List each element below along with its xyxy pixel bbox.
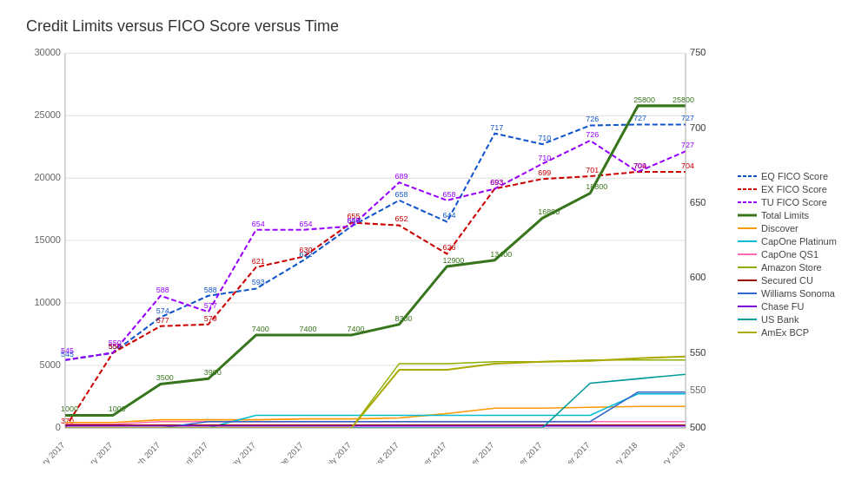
svg-text:May 2017: May 2017 [225,440,257,464]
svg-text:January 2018: January 2018 [597,440,639,464]
svg-text:574: 574 [156,306,169,315]
svg-text:10000: 10000 [34,297,60,307]
svg-text:545: 545 [61,345,74,354]
svg-text:588: 588 [156,286,169,294]
svg-text:655: 655 [348,215,361,224]
svg-text:June 2017: June 2017 [271,440,305,464]
svg-text:July 2017: July 2017 [321,440,353,464]
svg-text:January 2017: January 2017 [24,440,66,464]
svg-text:16800: 16800 [538,207,560,216]
svg-text:7400: 7400 [348,325,365,333]
chart-svg-wrapper: 0 5000 10000 15000 20000 25000 30000 500… [17,44,729,464]
legend-item-chase-fu: Chase FU [738,301,859,312]
svg-text:February 2017: February 2017 [70,440,114,464]
svg-text:25800: 25800 [673,95,694,104]
svg-text:588: 588 [204,286,217,294]
svg-text:3500: 3500 [156,373,174,382]
svg-text:December 2017: December 2017 [543,440,591,464]
svg-text:5000: 5000 [40,359,61,370]
svg-text:February 2018: February 2018 [642,440,686,464]
svg-text:654: 654 [300,220,313,228]
svg-text:727: 727 [633,114,646,122]
svg-text:7400: 7400 [300,325,317,333]
legend-item-capone-platinum: CapOne Platinum [738,236,859,247]
svg-text:750: 750 [690,47,706,57]
svg-text:13400: 13400 [490,249,512,258]
legend-item-amazon-store: Amazon Store [738,262,859,273]
chart-svg: 0 5000 10000 15000 20000 25000 30000 500… [17,44,729,464]
svg-text:September 2017: September 2017 [399,440,448,464]
legend-item-eq-fico: EQ FICO Score [738,171,859,181]
legend-item-ex-fico: EX FICO Score [738,184,859,194]
svg-text:March 2017: March 2017 [124,440,162,464]
svg-text:550: 550 [690,347,706,358]
svg-text:704: 704 [681,161,694,170]
legend-item-williams-sonoma: Williams Sonoma [738,288,859,299]
legend-item-tu-fico: TU FICO Score [738,197,859,207]
svg-text:November 2017: November 2017 [495,440,543,464]
svg-text:600: 600 [690,272,706,282]
chart-container: Credit Limits versus FICO Score versus T… [0,0,868,480]
svg-text:658: 658 [394,190,407,199]
svg-text:12900: 12900 [442,256,464,265]
svg-text:577: 577 [156,316,169,325]
svg-text:25800: 25800 [633,95,655,104]
svg-text:700: 700 [690,122,706,133]
svg-text:693: 693 [490,178,503,187]
chart-area: 0 5000 10000 15000 20000 25000 30000 500… [17,44,859,464]
svg-text:726: 726 [586,115,599,123]
svg-text:October 2017: October 2017 [454,440,495,464]
svg-text:20000: 20000 [34,172,60,182]
svg-text:689: 689 [394,172,407,181]
chart-legend: EQ FICO Score EX FICO Score TU FICO Scor… [729,44,859,464]
svg-text:710: 710 [538,134,551,142]
svg-text:8300: 8300 [394,313,412,322]
legend-item-discover: Discover [738,223,859,233]
svg-text:709: 709 [633,161,646,170]
svg-text:April 2017: April 2017 [176,440,209,464]
svg-text:25000: 25000 [34,109,60,120]
chart-title: Credit Limits versus FICO Score versus T… [26,17,859,36]
svg-text:701: 701 [586,166,599,174]
legend-item-secured-cu: Secured CU [738,275,859,286]
svg-text:1000: 1000 [61,404,78,413]
svg-text:593: 593 [252,278,265,286]
legend-item-capone-qs1: CapOne QS1 [738,249,859,260]
svg-text:727: 727 [681,141,694,149]
svg-text:579: 579 [204,313,217,322]
svg-text:630: 630 [300,246,313,254]
svg-text:1000: 1000 [109,404,126,413]
legend-item-us-bank: US Bank [738,314,859,325]
svg-text:717: 717 [490,123,503,132]
svg-text:644: 644 [442,211,455,220]
svg-text:710: 710 [538,153,551,161]
svg-text:726: 726 [586,130,599,139]
svg-text:3900: 3900 [204,368,222,377]
svg-text:500: 500 [690,422,706,432]
svg-text:621: 621 [252,257,265,266]
svg-text:654: 654 [252,220,265,228]
svg-text:650: 650 [690,197,706,207]
svg-text:30000: 30000 [34,47,60,57]
svg-text:550: 550 [109,339,122,347]
svg-text:18800: 18800 [586,182,607,191]
svg-text:August 2017: August 2017 [361,440,401,464]
svg-text:652: 652 [394,214,407,223]
svg-text:7400: 7400 [252,325,269,333]
svg-text:626: 626 [442,243,455,252]
legend-item-total-limits: Total Limits [738,210,859,220]
svg-text:699: 699 [538,168,551,177]
legend-item-amex-bcp: AmEx BCP [738,327,859,338]
svg-text:658: 658 [442,190,455,199]
svg-text:577: 577 [204,301,217,310]
svg-text:550: 550 [690,385,706,395]
svg-text:15000: 15000 [34,234,60,245]
